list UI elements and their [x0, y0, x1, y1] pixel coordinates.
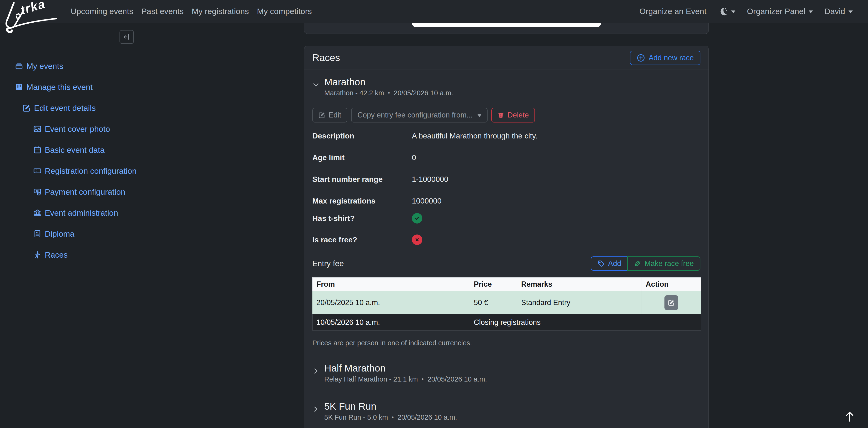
- fee-remarks: Standard Entry: [517, 291, 642, 314]
- user-menu-dropdown[interactable]: David: [819, 7, 859, 16]
- races-card-header: Races Add new race: [304, 46, 709, 70]
- chevron-right-icon[interactable]: [312, 406, 319, 413]
- nav-upcoming-events[interactable]: Upcoming events: [67, 7, 137, 16]
- race-section-5k-fun-run: 5K Fun Run 5K Fun Run - 5.0 km • 20/05/2…: [304, 392, 709, 428]
- organizer-panel-dropdown[interactable]: Organizer Panel: [741, 7, 819, 16]
- entry-fee-table: From Price Remarks Action 20/05/2025 10 …: [312, 277, 701, 331]
- race-title: Marathon: [324, 77, 453, 88]
- arrow-bar-left-icon: [123, 33, 130, 41]
- detail-label: Description: [312, 131, 412, 141]
- sidebar-item-label: Diploma: [45, 229, 74, 238]
- moon-stars-icon: [718, 6, 728, 17]
- sidebar-item-label: Manage this event: [26, 82, 93, 92]
- arrow-up-icon: [844, 410, 856, 423]
- bank-icon: [33, 209, 41, 217]
- trash-icon: [498, 112, 504, 118]
- nav-organize-event[interactable]: Organize an Event: [634, 7, 712, 16]
- col-header-action: Action: [642, 278, 701, 291]
- races-card-title: Races: [312, 52, 340, 63]
- main-nav: Upcoming events Past events My registrat…: [67, 7, 316, 16]
- brand-logo[interactable]: trka: [2, 0, 61, 36]
- sidebar-menu: My events Manage this event Edit event d…: [0, 56, 299, 265]
- scroll-to-top-button[interactable]: [844, 410, 856, 424]
- delete-race-button[interactable]: Delete: [491, 108, 535, 122]
- check-circle-icon: [412, 213, 422, 224]
- top-navbar: Upcoming events Past events My registrat…: [0, 0, 868, 23]
- brand-text: trka: [19, 0, 47, 18]
- race-datetime: 20/05/2026 10 a.m.: [398, 413, 457, 422]
- chevron-down-icon: [477, 114, 482, 117]
- flag-row-is-race-free: Is race free?: [312, 234, 701, 245]
- sidebar-item-label: Edit event details: [34, 104, 96, 113]
- sidebar-item-races[interactable]: Races: [0, 244, 299, 265]
- sidebar-item-event-cover-photo[interactable]: Event cover photo: [0, 118, 299, 139]
- detail-row-start-number-range: Start number range 1-1000000: [312, 174, 701, 184]
- sidebar-collapse-button[interactable]: [120, 30, 134, 44]
- nav-my-competitors[interactable]: My competitors: [253, 7, 316, 16]
- nav-my-registrations[interactable]: My registrations: [188, 7, 253, 16]
- chevron-down-icon: [731, 10, 735, 13]
- detail-label: Start number range: [312, 174, 412, 184]
- race-distance: Relay Half Marathon - 21.1 km: [324, 375, 418, 383]
- table-header-row: From Price Remarks Action: [313, 278, 701, 291]
- user-menu-label: David: [825, 7, 845, 16]
- ticket-icon: [33, 167, 41, 175]
- sidebar-item-diploma[interactable]: Diploma: [0, 223, 299, 244]
- race-title: Half Marathon: [324, 363, 487, 374]
- sidebar-item-label: Payment configuration: [45, 187, 125, 197]
- flag-row-has-tshirt: Has t-shirt?: [312, 213, 701, 224]
- add-new-race-button[interactable]: Add new race: [630, 51, 701, 65]
- flag-label: Has t-shirt?: [312, 213, 412, 223]
- closing-from: 10/05/2026 10 a.m.: [313, 314, 470, 331]
- add-entry-fee-button[interactable]: Add: [591, 256, 628, 271]
- meta-separator: •: [388, 89, 390, 97]
- detail-label: Max registrations: [312, 196, 412, 206]
- main-content: Races Add new race Marathon Marathon - 4…: [304, 23, 709, 428]
- detail-row-age-limit: Age limit 0: [312, 153, 701, 162]
- edit-race-label: Edit: [329, 111, 341, 119]
- meta-separator: •: [422, 375, 424, 383]
- edit-race-button[interactable]: Edit: [312, 108, 347, 122]
- table-row-closing-registrations: 10/05/2026 10 a.m. Closing registrations: [313, 314, 701, 331]
- add-new-race-label: Add new race: [649, 54, 694, 62]
- sidebar-item-event-administration[interactable]: Event administration: [0, 202, 299, 223]
- pencil-square-icon: [23, 104, 31, 112]
- detail-row-max-registrations: Max registrations 1000000: [312, 196, 701, 206]
- sidebar-item-basic-event-data[interactable]: Basic event data: [0, 139, 299, 161]
- x-circle-icon: [412, 234, 422, 245]
- theme-dropdown[interactable]: [712, 6, 741, 17]
- race-meta: Marathon - 42.2 km • 20/05/2026 10 a.m.: [324, 89, 453, 97]
- cash-coin-icon: $: [33, 188, 41, 196]
- races-card: Races Add new race Marathon Marathon - 4…: [304, 46, 709, 428]
- make-race-free-button[interactable]: Make race free: [627, 256, 701, 271]
- sidebar: My events Manage this event Edit event d…: [0, 23, 299, 428]
- sidebar-item-label: My events: [26, 61, 63, 71]
- copy-entry-fee-label: Copy entry fee configuration from...: [357, 111, 472, 119]
- chevron-down-icon: [809, 10, 813, 13]
- copy-entry-fee-dropdown[interactable]: Copy entry fee configuration from...: [351, 108, 487, 122]
- sidebar-item-edit-event-details[interactable]: Edit event details: [0, 97, 299, 118]
- nav-past-events[interactable]: Past events: [137, 7, 188, 16]
- kanban-icon: [15, 83, 23, 91]
- detail-label: Age limit: [312, 153, 412, 162]
- race-distance: Marathon - 42.2 km: [324, 89, 384, 97]
- sidebar-item-label: Registration configuration: [45, 166, 137, 176]
- delete-race-label: Delete: [507, 111, 529, 119]
- race-datetime: 20/05/2026 10 a.m.: [428, 375, 487, 383]
- plus-circle-icon: [637, 54, 645, 62]
- sidebar-item-label: Races: [45, 250, 68, 259]
- sidebar-item-manage-this-event[interactable]: Manage this event: [0, 77, 299, 97]
- detail-row-description: Description A beautiful Marathon through…: [312, 131, 701, 141]
- edit-fee-button[interactable]: [664, 295, 678, 310]
- sidebar-item-registration-configuration[interactable]: Registration configuration: [0, 161, 299, 181]
- sidebar-item-my-events[interactable]: My events: [0, 56, 299, 77]
- chevron-right-icon[interactable]: [312, 368, 319, 375]
- fee-from: 20/05/2025 10 a.m.: [313, 291, 470, 314]
- fee-price: 50 €: [470, 291, 517, 314]
- chevron-down-icon[interactable]: [312, 81, 319, 88]
- sidebar-item-label: Basic event data: [45, 145, 104, 155]
- collection-icon: [15, 62, 23, 70]
- chevron-down-icon: [848, 10, 853, 13]
- sidebar-item-payment-configuration[interactable]: $ Payment configuration: [0, 181, 299, 202]
- pencil-square-icon: [318, 112, 325, 118]
